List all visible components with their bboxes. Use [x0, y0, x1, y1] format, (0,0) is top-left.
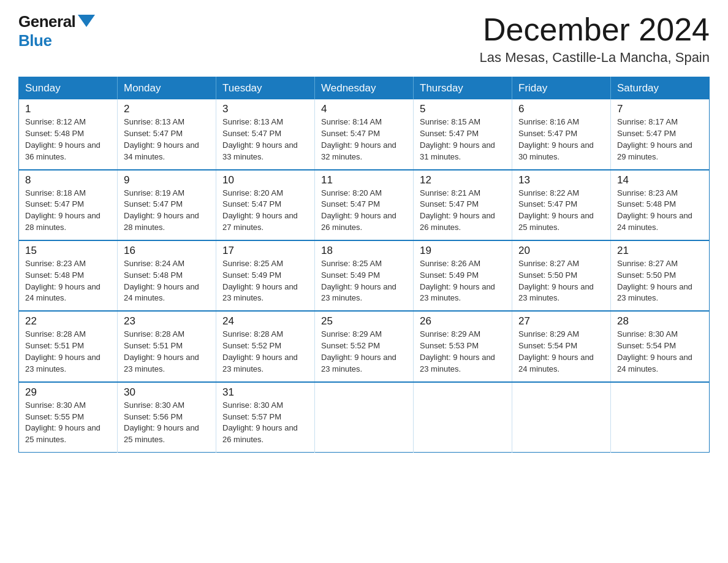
- calendar-cell: 16 Sunrise: 8:24 AM Sunset: 5:48 PM Dayl…: [118, 240, 216, 311]
- day-info: Sunrise: 8:29 AM Sunset: 5:53 PM Dayligh…: [420, 329, 506, 375]
- day-info: Sunrise: 8:30 AM Sunset: 5:54 PM Dayligh…: [617, 329, 703, 375]
- day-number: 14: [617, 174, 703, 186]
- page-header: General Blue December 2024 Las Mesas, Ca…: [18, 12, 710, 66]
- calendar-cell: 17 Sunrise: 8:25 AM Sunset: 5:49 PM Dayl…: [216, 240, 315, 311]
- calendar-cell: 24 Sunrise: 8:28 AM Sunset: 5:52 PM Dayl…: [216, 311, 315, 381]
- title-block: December 2024 Las Mesas, Castille-La Man…: [480, 12, 710, 66]
- day-info: Sunrise: 8:29 AM Sunset: 5:54 PM Dayligh…: [518, 329, 604, 375]
- calendar-cell: 29 Sunrise: 8:30 AM Sunset: 5:55 PM Dayl…: [19, 382, 118, 453]
- header-thursday: Thursday: [414, 77, 512, 100]
- calendar-cell: 9 Sunrise: 8:19 AM Sunset: 5:47 PM Dayli…: [118, 170, 216, 240]
- day-info: Sunrise: 8:21 AM Sunset: 5:47 PM Dayligh…: [420, 188, 506, 234]
- day-info: Sunrise: 8:27 AM Sunset: 5:50 PM Dayligh…: [518, 258, 604, 304]
- calendar-cell: 7 Sunrise: 8:17 AM Sunset: 5:47 PM Dayli…: [611, 99, 710, 169]
- day-info: Sunrise: 8:26 AM Sunset: 5:49 PM Dayligh…: [420, 258, 506, 304]
- calendar-cell: [414, 382, 512, 453]
- day-info: Sunrise: 8:22 AM Sunset: 5:47 PM Dayligh…: [518, 188, 604, 234]
- day-number: 20: [518, 245, 604, 257]
- day-number: 5: [420, 103, 506, 115]
- calendar-cell: 14 Sunrise: 8:23 AM Sunset: 5:48 PM Dayl…: [611, 170, 710, 240]
- calendar-cell: 19 Sunrise: 8:26 AM Sunset: 5:49 PM Dayl…: [414, 240, 512, 311]
- day-number: 3: [222, 103, 308, 115]
- day-info: Sunrise: 8:18 AM Sunset: 5:47 PM Dayligh…: [25, 188, 111, 234]
- header-sunday: Sunday: [19, 77, 118, 100]
- day-info: Sunrise: 8:30 AM Sunset: 5:55 PM Dayligh…: [25, 400, 111, 446]
- calendar-cell: 27 Sunrise: 8:29 AM Sunset: 5:54 PM Dayl…: [512, 311, 611, 381]
- logo: General Blue: [18, 12, 95, 50]
- calendar-cell: 18 Sunrise: 8:25 AM Sunset: 5:49 PM Dayl…: [315, 240, 414, 311]
- calendar-cell: 30 Sunrise: 8:30 AM Sunset: 5:56 PM Dayl…: [118, 382, 216, 453]
- calendar-cell: 23 Sunrise: 8:28 AM Sunset: 5:51 PM Dayl…: [118, 311, 216, 381]
- calendar-cell: 1 Sunrise: 8:12 AM Sunset: 5:48 PM Dayli…: [19, 99, 118, 169]
- calendar-cell: [611, 382, 710, 453]
- week-row-2: 8 Sunrise: 8:18 AM Sunset: 5:47 PM Dayli…: [19, 170, 710, 240]
- calendar-cell: 3 Sunrise: 8:13 AM Sunset: 5:47 PM Dayli…: [216, 99, 315, 169]
- day-info: Sunrise: 8:13 AM Sunset: 5:47 PM Dayligh…: [222, 117, 308, 163]
- calendar-cell: 13 Sunrise: 8:22 AM Sunset: 5:47 PM Dayl…: [512, 170, 611, 240]
- day-info: Sunrise: 8:13 AM Sunset: 5:47 PM Dayligh…: [124, 117, 210, 163]
- day-number: 24: [222, 315, 308, 327]
- calendar-body: 1 Sunrise: 8:12 AM Sunset: 5:48 PM Dayli…: [19, 99, 710, 452]
- day-info: Sunrise: 8:17 AM Sunset: 5:47 PM Dayligh…: [617, 117, 703, 163]
- week-row-3: 15 Sunrise: 8:23 AM Sunset: 5:48 PM Dayl…: [19, 240, 710, 311]
- day-number: 29: [25, 386, 111, 399]
- day-number: 2: [124, 103, 210, 115]
- day-number: 12: [420, 174, 506, 186]
- day-info: Sunrise: 8:25 AM Sunset: 5:49 PM Dayligh…: [222, 258, 308, 304]
- weekday-header-row: Sunday Monday Tuesday Wednesday Thursday…: [19, 77, 710, 100]
- day-info: Sunrise: 8:12 AM Sunset: 5:48 PM Dayligh…: [25, 117, 111, 163]
- calendar-cell: 4 Sunrise: 8:14 AM Sunset: 5:47 PM Dayli…: [315, 99, 414, 169]
- day-number: 19: [420, 245, 506, 257]
- calendar-cell: 11 Sunrise: 8:20 AM Sunset: 5:47 PM Dayl…: [315, 170, 414, 240]
- month-title: December 2024: [480, 12, 710, 47]
- day-number: 7: [617, 103, 703, 115]
- day-info: Sunrise: 8:20 AM Sunset: 5:47 PM Dayligh…: [321, 188, 407, 234]
- week-row-4: 22 Sunrise: 8:28 AM Sunset: 5:51 PM Dayl…: [19, 311, 710, 381]
- day-info: Sunrise: 8:14 AM Sunset: 5:47 PM Dayligh…: [321, 117, 407, 163]
- day-number: 17: [222, 245, 308, 257]
- header-friday: Friday: [512, 77, 611, 100]
- logo-triangle-icon: [78, 15, 95, 27]
- calendar-cell: 10 Sunrise: 8:20 AM Sunset: 5:47 PM Dayl…: [216, 170, 315, 240]
- day-number: 11: [321, 174, 407, 186]
- calendar-cell: 15 Sunrise: 8:23 AM Sunset: 5:48 PM Dayl…: [19, 240, 118, 311]
- calendar-cell: 2 Sunrise: 8:13 AM Sunset: 5:47 PM Dayli…: [118, 99, 216, 169]
- calendar-cell: 21 Sunrise: 8:27 AM Sunset: 5:50 PM Dayl…: [611, 240, 710, 311]
- day-number: 1: [25, 103, 111, 115]
- calendar-cell: 25 Sunrise: 8:29 AM Sunset: 5:52 PM Dayl…: [315, 311, 414, 381]
- day-number: 13: [518, 174, 604, 186]
- day-number: 16: [124, 245, 210, 257]
- header-saturday: Saturday: [611, 77, 710, 100]
- day-info: Sunrise: 8:24 AM Sunset: 5:48 PM Dayligh…: [124, 258, 210, 304]
- day-info: Sunrise: 8:16 AM Sunset: 5:47 PM Dayligh…: [518, 117, 604, 163]
- day-number: 21: [617, 245, 703, 257]
- day-number: 8: [25, 174, 111, 186]
- day-number: 10: [222, 174, 308, 186]
- calendar-cell: 12 Sunrise: 8:21 AM Sunset: 5:47 PM Dayl…: [414, 170, 512, 240]
- calendar-header: Sunday Monday Tuesday Wednesday Thursday…: [19, 77, 710, 100]
- calendar-cell: [512, 382, 611, 453]
- week-row-5: 29 Sunrise: 8:30 AM Sunset: 5:55 PM Dayl…: [19, 382, 710, 453]
- header-tuesday: Tuesday: [216, 77, 315, 100]
- header-monday: Monday: [118, 77, 216, 100]
- day-info: Sunrise: 8:23 AM Sunset: 5:48 PM Dayligh…: [617, 188, 703, 234]
- day-info: Sunrise: 8:28 AM Sunset: 5:51 PM Dayligh…: [124, 329, 210, 375]
- day-number: 15: [25, 245, 111, 257]
- header-wednesday: Wednesday: [315, 77, 414, 100]
- week-row-1: 1 Sunrise: 8:12 AM Sunset: 5:48 PM Dayli…: [19, 99, 710, 169]
- day-number: 18: [321, 245, 407, 257]
- day-info: Sunrise: 8:15 AM Sunset: 5:47 PM Dayligh…: [420, 117, 506, 163]
- calendar-cell: 28 Sunrise: 8:30 AM Sunset: 5:54 PM Dayl…: [611, 311, 710, 381]
- day-number: 25: [321, 315, 407, 327]
- day-info: Sunrise: 8:28 AM Sunset: 5:52 PM Dayligh…: [222, 329, 308, 375]
- day-number: 22: [25, 315, 111, 327]
- day-number: 9: [124, 174, 210, 186]
- day-number: 27: [518, 315, 604, 327]
- day-info: Sunrise: 8:23 AM Sunset: 5:48 PM Dayligh…: [25, 258, 111, 304]
- day-info: Sunrise: 8:20 AM Sunset: 5:47 PM Dayligh…: [222, 188, 308, 234]
- day-number: 30: [124, 386, 210, 399]
- logo-general-text: General: [18, 12, 75, 31]
- day-number: 23: [124, 315, 210, 327]
- calendar-cell: 22 Sunrise: 8:28 AM Sunset: 5:51 PM Dayl…: [19, 311, 118, 381]
- calendar-cell: 6 Sunrise: 8:16 AM Sunset: 5:47 PM Dayli…: [512, 99, 611, 169]
